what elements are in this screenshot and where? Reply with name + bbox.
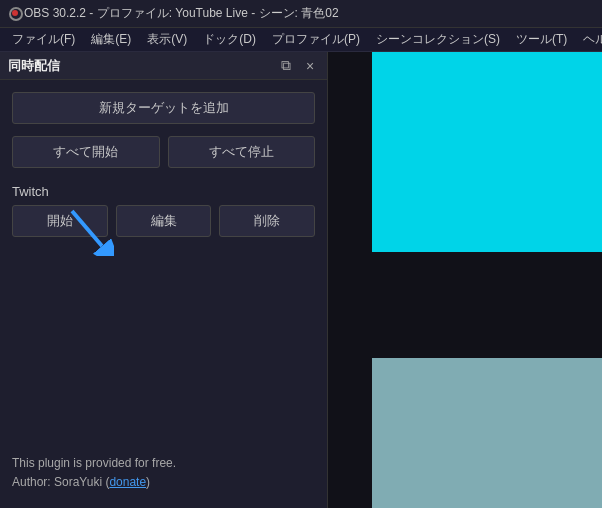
left-panel: 同時配信 ⧉ × 新規ターゲットを追加 すべて開始 すべて停止 Twitch — [0, 52, 328, 508]
menu-dock[interactable]: ドック(D) — [195, 29, 264, 50]
footer-line2: Author: SoraYuki (donate) — [12, 473, 176, 492]
preview-area — [328, 52, 602, 508]
twitch-btn-row: 開始 編集 削除 — [12, 205, 315, 237]
dialog-content: 新規ターゲットを追加 すべて開始 すべて停止 Twitch — [0, 80, 327, 261]
menu-file[interactable]: ファイル(F) — [4, 29, 83, 50]
obs-icon — [8, 6, 24, 22]
menu-tools[interactable]: ツール(T) — [508, 29, 575, 50]
start-all-button[interactable]: すべて開始 — [12, 136, 160, 168]
dialog-copy-button[interactable]: ⧉ — [277, 57, 295, 75]
add-target-button[interactable]: 新規ターゲットを追加 — [12, 92, 315, 124]
dialog-titlebar: 同時配信 ⧉ × — [0, 52, 327, 80]
footer-suffix: ) — [146, 475, 150, 489]
footer-donate-link[interactable]: donate — [109, 475, 146, 489]
right-panel — [328, 52, 602, 508]
footer-line1: This plugin is provided for free. — [12, 454, 176, 473]
svg-line-1 — [72, 211, 102, 246]
footer-text: This plugin is provided for free. Author… — [12, 454, 176, 492]
stop-all-button[interactable]: すべて停止 — [168, 136, 316, 168]
copy-icon: ⧉ — [281, 57, 291, 74]
twitch-label: Twitch — [12, 184, 315, 199]
title-bar: OBS 30.2.2 - プロファイル: YouTube Live - シーン:… — [0, 0, 602, 28]
dialog-close-button[interactable]: × — [301, 57, 319, 75]
footer-author-prefix: Author: SoraYuki ( — [12, 475, 109, 489]
title-bar-text: OBS 30.2.2 - プロファイル: YouTube Live - シーン:… — [24, 5, 339, 22]
main-content: 同時配信 ⧉ × 新規ターゲットを追加 すべて開始 すべて停止 Twitch — [0, 52, 602, 508]
menu-profile[interactable]: プロファイル(P) — [264, 29, 368, 50]
dialog-title-icons: ⧉ × — [277, 57, 319, 75]
preview-cyan-top — [372, 52, 602, 252]
dialog-title: 同時配信 — [8, 57, 60, 75]
menu-scene-collection[interactable]: シーンコレクション(S) — [368, 29, 508, 50]
twitch-edit-button[interactable]: 編集 — [116, 205, 212, 237]
menu-view[interactable]: 表示(V) — [139, 29, 195, 50]
menu-bar: ファイル(F) 編集(E) 表示(V) ドック(D) プロファイル(P) シーン… — [0, 28, 602, 52]
twitch-section: Twitch 開始 編集 削除 — [12, 184, 315, 237]
menu-help[interactable]: ヘルプ(H) — [575, 29, 602, 50]
action-row: すべて開始 すべて停止 — [12, 136, 315, 168]
preview-cyan-bottom — [372, 358, 602, 508]
twitch-delete-button[interactable]: 削除 — [219, 205, 315, 237]
menu-edit[interactable]: 編集(E) — [83, 29, 139, 50]
arrow-indicator — [64, 206, 114, 261]
close-icon: × — [306, 58, 314, 74]
